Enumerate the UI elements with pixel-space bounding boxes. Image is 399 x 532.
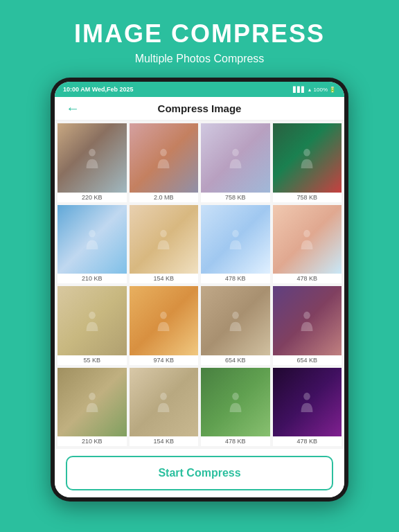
photo-cell[interactable]: 2.0 MB (130, 123, 199, 202)
photo-thumbnail (273, 286, 342, 355)
svg-point-2 (232, 149, 239, 157)
svg-point-5 (160, 230, 167, 238)
photo-thumbnail (201, 205, 270, 274)
svg-point-4 (89, 230, 96, 238)
start-compress-button[interactable]: Start Compress (66, 456, 333, 490)
device-frame: 10:00 AM Wed,Feb 2025 ▋▋▋ ▴ 100% 🔋 ← Com… (51, 78, 348, 502)
photo-thumbnail (57, 368, 127, 437)
wifi-icon: ▴ (308, 87, 311, 93)
status-icons: ▋▋▋ ▴ 100% 🔋 (293, 87, 336, 93)
photo-cell[interactable]: 758 KB (201, 123, 270, 202)
start-button-wrap: Start Compress (55, 449, 344, 497)
photo-thumbnail (57, 205, 127, 274)
photo-cell[interactable]: 974 KB (130, 286, 199, 365)
photo-size-label: 210 KB (82, 274, 103, 283)
photo-size-label: 154 KB (153, 436, 174, 446)
photo-size-label: 478 KB (225, 436, 246, 446)
photo-size-label: 55 KB (83, 355, 100, 365)
photo-cell[interactable]: 654 KB (201, 286, 270, 365)
photo-size-label: 220 KB (82, 193, 103, 202)
svg-point-6 (232, 230, 239, 238)
back-button[interactable]: ← (66, 100, 80, 116)
photo-thumbnail (57, 286, 127, 355)
battery-icon: 100% 🔋 (314, 87, 336, 93)
photo-cell[interactable]: 478 KB (273, 368, 342, 447)
photo-grid: 220 KB 2.0 MB 758 KB 758 KB 210 KB 154 K… (55, 121, 344, 449)
photo-size-label: 758 KB (296, 193, 317, 202)
photo-size-label: 154 KB (153, 274, 174, 283)
photo-cell[interactable]: 758 KB (273, 123, 342, 202)
photo-thumbnail (201, 286, 270, 355)
photo-size-label: 654 KB (225, 355, 246, 365)
photo-cell[interactable]: 55 KB (57, 286, 127, 365)
svg-point-13 (160, 393, 167, 400)
photo-size-label: 210 KB (82, 436, 103, 446)
photo-thumbnail (273, 205, 342, 274)
app-subtitle: Multiple Photos Compress (135, 53, 265, 65)
photo-cell[interactable]: 478 KB (201, 205, 270, 284)
svg-point-7 (303, 230, 310, 238)
photo-cell[interactable]: 154 KB (130, 205, 199, 284)
photo-thumbnail (201, 123, 270, 193)
photo-thumbnail (273, 368, 342, 437)
app-title: IMAGE COMPRESS (74, 19, 325, 48)
photo-thumbnail (273, 123, 342, 193)
photo-size-label: 974 KB (153, 355, 174, 365)
photo-thumbnail (130, 205, 199, 274)
svg-point-10 (232, 312, 239, 319)
nav-title: Compress Image (158, 103, 242, 114)
status-bar: 10:00 AM Wed,Feb 2025 ▋▋▋ ▴ 100% 🔋 (55, 82, 344, 97)
photo-thumbnail (130, 368, 199, 437)
photo-cell[interactable]: 478 KB (201, 368, 270, 447)
svg-point-3 (303, 149, 310, 157)
photo-size-label: 478 KB (225, 274, 246, 283)
svg-point-8 (89, 312, 96, 319)
photo-size-label: 478 KB (296, 274, 317, 283)
photo-thumbnail (57, 123, 127, 193)
svg-point-12 (89, 393, 96, 400)
svg-point-9 (160, 312, 167, 319)
svg-point-15 (303, 393, 310, 400)
photo-size-label: 654 KB (296, 355, 317, 365)
photo-size-label: 758 KB (225, 193, 246, 202)
photo-cell[interactable]: 210 KB (57, 368, 127, 447)
photo-cell[interactable]: 478 KB (273, 205, 342, 284)
photo-size-label: 2.0 MB (154, 193, 174, 202)
photo-thumbnail (201, 368, 270, 437)
photo-cell[interactable]: 210 KB (57, 205, 127, 284)
signal-icon: ▋▋▋ (293, 87, 305, 93)
status-time: 10:00 AM Wed,Feb 2025 (63, 86, 134, 93)
photo-cell[interactable]: 220 KB (57, 123, 127, 202)
device-screen: 10:00 AM Wed,Feb 2025 ▋▋▋ ▴ 100% 🔋 ← Com… (55, 82, 344, 497)
photo-cell[interactable]: 654 KB (273, 286, 342, 365)
svg-point-11 (303, 312, 310, 319)
photo-thumbnail (130, 286, 199, 355)
nav-bar: ← Compress Image (55, 97, 344, 121)
svg-point-0 (89, 149, 96, 157)
photo-size-label: 478 KB (296, 436, 317, 446)
svg-point-14 (232, 393, 239, 400)
svg-point-1 (160, 149, 167, 157)
photo-thumbnail (130, 123, 199, 193)
photo-cell[interactable]: 154 KB (130, 368, 199, 447)
